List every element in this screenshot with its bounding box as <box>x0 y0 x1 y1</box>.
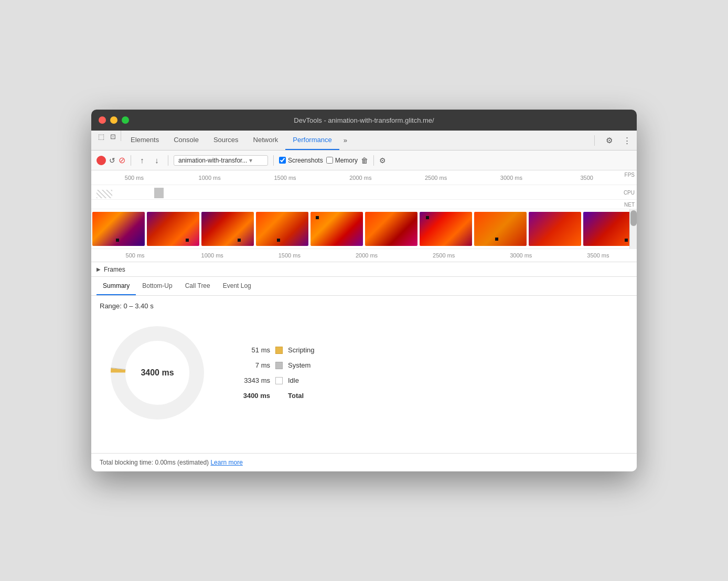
screenshot-4[interactable] <box>256 212 308 246</box>
cpu-spike <box>154 188 164 198</box>
tab-network[interactable]: Network <box>246 131 286 150</box>
screenshot-7[interactable] <box>420 212 472 246</box>
screenshots-checkbox[interactable] <box>279 157 286 164</box>
net-label: NET <box>624 201 635 207</box>
maximize-button[interactable] <box>122 116 129 124</box>
toolbar-sep5 <box>273 155 274 166</box>
btick-2000: 2000 ms <box>328 252 405 259</box>
memory-checkbox-label[interactable]: Memory <box>326 157 358 164</box>
toolbar-sep6 <box>373 155 374 166</box>
tab-elements[interactable]: Elements <box>123 131 166 150</box>
tick-3000: 3000 ms <box>474 175 549 181</box>
stop-button[interactable]: ⊘ <box>119 155 125 165</box>
btick-1000: 1000 ms <box>174 252 251 259</box>
tick-500: 500 ms <box>97 175 172 181</box>
frames-label: Frames <box>104 266 125 273</box>
toolbar-icons: ⚙ ⋮ <box>592 131 633 150</box>
legend-total: 3400 ms Total <box>241 392 315 400</box>
cpu-hatch <box>97 190 112 198</box>
memory-label: Memory <box>335 157 358 164</box>
download-icon[interactable]: ↓ <box>151 155 163 166</box>
btick-3500: 3500 ms <box>560 252 637 259</box>
screenshot-1[interactable] <box>92 212 145 246</box>
tick-1000: 1000 ms <box>172 175 248 181</box>
idle-color <box>275 377 283 384</box>
cpu-chart <box>97 188 621 198</box>
panel-tabs: Summary Bottom-Up Call Tree Event Log <box>91 277 637 296</box>
legend-system: 7 ms System <box>241 361 315 369</box>
screenshot-6[interactable] <box>365 212 417 246</box>
traffic-lights <box>99 116 129 124</box>
settings2-icon[interactable]: ⚙ <box>379 156 386 165</box>
tab-bottom-up[interactable]: Bottom-Up <box>136 277 178 295</box>
url-display: animation-with-transfor... ▾ <box>174 155 268 166</box>
memory-checkbox[interactable] <box>326 157 333 164</box>
window-title: DevTools - animation-with-transform.glit… <box>294 116 434 124</box>
tick-3500: 3500 <box>549 175 625 181</box>
scripting-name: Scripting <box>288 346 315 354</box>
tab-call-tree[interactable]: Call Tree <box>179 277 217 295</box>
fps-label: FPS <box>625 172 637 178</box>
status-bar: Total blocking time: 0.00ms (estimated) … <box>91 453 637 471</box>
screenshot-8[interactable] <box>474 212 527 246</box>
scripting-color <box>275 347 283 354</box>
tab-more[interactable]: » <box>339 131 351 150</box>
tab-sources[interactable]: Sources <box>206 131 246 150</box>
scrollbar-track[interactable] <box>629 209 637 249</box>
titlebar: DevTools - animation-with-transform.glit… <box>91 110 637 131</box>
minimize-button[interactable] <box>110 116 117 124</box>
btick-500: 500 ms <box>97 252 174 259</box>
performance-toolbar: ↺ ⊘ ↑ ↓ animation-with-transfor... ▾ Scr… <box>91 150 637 170</box>
main-tab-bar: ⬚ ⊡ Elements Console Sources Network Per… <box>91 131 637 150</box>
tick-2500: 2500 ms <box>398 175 474 181</box>
screenshot-9[interactable] <box>529 212 581 246</box>
bottom-ruler: 500 ms 1000 ms 1500 ms 2000 ms 2500 ms 3… <box>91 249 637 262</box>
frames-arrow: ▶ <box>97 266 101 272</box>
separator2 <box>594 135 595 146</box>
screenshot-5[interactable] <box>311 212 363 246</box>
screenshots-checkbox-label[interactable]: Screenshots <box>279 157 323 164</box>
timeline-ruler-top: 500 ms 1000 ms 1500 ms 2000 ms 2500 ms 3… <box>91 170 637 185</box>
screenshot-3[interactable] <box>201 212 254 246</box>
dropdown-icon[interactable]: ▾ <box>249 157 252 164</box>
tab-summary[interactable]: Summary <box>97 277 136 295</box>
toolbar-sep3 <box>131 155 131 166</box>
tab-console[interactable]: Console <box>166 131 206 150</box>
cpu-row: CPU <box>91 185 637 200</box>
tab-event-log[interactable]: Event Log <box>217 277 258 295</box>
screenshots-strip[interactable] <box>91 209 637 249</box>
system-name: System <box>288 361 311 369</box>
frames-row[interactable]: ▶ Frames <box>91 262 637 277</box>
donut-total-label: 3400 ms <box>141 368 174 378</box>
scrollbar-thumb[interactable] <box>630 210 637 226</box>
timeline-container: 500 ms 1000 ms 1500 ms 2000 ms 2500 ms 3… <box>91 170 637 277</box>
tab-performance[interactable]: Performance <box>285 131 339 150</box>
summary-panel: Range: 0 – 3.40 s 3400 ms <box>91 296 637 453</box>
summary-content: 3400 ms 51 ms Scripting 7 ms System <box>100 320 628 425</box>
reload-button[interactable]: ↺ <box>109 156 115 165</box>
upload-icon[interactable]: ↑ <box>136 155 148 166</box>
btick-3000: 3000 ms <box>483 252 560 259</box>
inspect-icon[interactable]: ⊡ <box>107 131 119 142</box>
devtools-window: DevTools - animation-with-transform.glit… <box>91 110 637 471</box>
learn-more-link[interactable]: Learn more <box>210 459 242 466</box>
idle-name: Idle <box>288 376 299 384</box>
tick-1500: 1500 ms <box>248 175 323 181</box>
settings-icon[interactable]: ⚙ <box>603 135 615 146</box>
total-name: Total <box>288 392 304 400</box>
cpu-label: CPU <box>624 189 635 195</box>
screenshots-label: Screenshots <box>288 157 323 164</box>
system-value: 7 ms <box>241 361 270 369</box>
record-button[interactable] <box>97 156 106 165</box>
btick-2500: 2500 ms <box>405 252 483 259</box>
ruler-ticks: 500 ms 1000 ms 1500 ms 2000 ms 2500 ms 3… <box>97 175 625 181</box>
screenshot-2[interactable] <box>147 212 199 246</box>
more-icon[interactable]: ⋮ <box>621 135 633 146</box>
trash-button[interactable]: 🗑 <box>361 156 368 165</box>
separator <box>121 131 121 141</box>
bottom-ruler-ticks: 500 ms 1000 ms 1500 ms 2000 ms 2500 ms 3… <box>97 252 637 259</box>
toolbar-sep4 <box>168 155 168 166</box>
screenshot-10[interactable] <box>583 212 636 246</box>
close-button[interactable] <box>99 116 106 124</box>
cursor-icon[interactable]: ⬚ <box>95 131 107 142</box>
